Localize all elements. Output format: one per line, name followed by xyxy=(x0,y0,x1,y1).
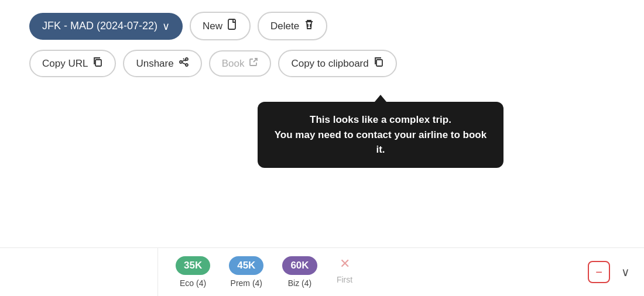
first-unavailable-icon: ✕ xyxy=(336,256,354,271)
tooltip-line-2: You may need to contact your airline to … xyxy=(274,128,487,157)
delete-icon xyxy=(304,19,314,33)
chevron-down-icon: ∨ xyxy=(162,20,170,33)
toolbar-row-1: JFK - MAD (2024-07-22) ∨ New Delete xyxy=(18,12,626,40)
row-actions: − ∨ xyxy=(588,248,644,296)
new-label: New xyxy=(203,20,222,32)
unshare-button[interactable]: Unshare xyxy=(123,50,201,77)
delete-label: Delete xyxy=(270,20,299,32)
complex-trip-tooltip: This looks like a complex trip. You may … xyxy=(258,102,503,168)
copy-to-clipboard-label: Copy to clipboard xyxy=(291,58,368,70)
biz-label: Biz (4) xyxy=(288,278,311,288)
svg-rect-0 xyxy=(228,19,235,29)
prem-fare-option: 45K Prem (4) xyxy=(229,256,263,288)
svg-point-4 xyxy=(186,64,188,66)
flight-row: 35K Eco (4) 45K Prem (4) 60K Biz (4) ✕ F… xyxy=(0,248,644,296)
unshare-icon xyxy=(179,57,189,70)
external-link-icon xyxy=(249,57,258,70)
eco-label: Eco (4) xyxy=(180,278,206,288)
main-container: JFK - MAD (2024-07-22) ∨ New Delete xyxy=(0,0,644,296)
toolbar-row-2: Copy URL Unshare Book xyxy=(18,50,626,77)
book-label: Book xyxy=(222,58,245,70)
delete-button[interactable]: Delete xyxy=(258,12,327,40)
chevron-down-icon: ∨ xyxy=(621,265,630,279)
expand-row-button[interactable]: ∨ xyxy=(616,263,635,281)
copy-to-clipboard-button[interactable]: Copy to clipboard xyxy=(278,50,396,77)
biz-fare-option: 60K Biz (4) xyxy=(282,256,317,288)
prem-badge[interactable]: 45K xyxy=(229,256,263,275)
prem-label: Prem (4) xyxy=(231,278,262,288)
eco-badge[interactable]: 35K xyxy=(176,256,210,275)
svg-rect-6 xyxy=(376,60,382,66)
minus-icon: − xyxy=(595,266,602,279)
eco-fare-option: 35K Eco (4) xyxy=(176,256,210,288)
new-document-icon xyxy=(227,19,238,33)
book-button[interactable]: Book xyxy=(209,50,272,77)
biz-badge[interactable]: 60K xyxy=(282,256,317,275)
svg-point-3 xyxy=(180,61,182,63)
copy-icon xyxy=(93,57,103,70)
svg-rect-1 xyxy=(95,60,101,66)
airline-cell xyxy=(0,248,158,296)
first-label: First xyxy=(337,275,352,284)
fare-options: 35K Eco (4) 45K Prem (4) 60K Biz (4) ✕ F… xyxy=(158,248,588,296)
copy-url-button[interactable]: Copy URL xyxy=(29,50,116,77)
copy-clipboard-icon xyxy=(374,57,384,70)
remove-row-button[interactable]: − xyxy=(588,261,610,283)
flight-row-container: 35K Eco (4) 45K Prem (4) 60K Biz (4) ✕ F… xyxy=(0,247,644,296)
new-button[interactable]: New xyxy=(190,12,251,40)
trip-selector-label: JFK - MAD (2024-07-22) xyxy=(42,20,157,32)
copy-url-label: Copy URL xyxy=(42,58,88,70)
trip-selector-button[interactable]: JFK - MAD (2024-07-22) ∨ xyxy=(29,13,183,40)
tooltip-line-1: This looks like a complex trip. xyxy=(274,112,487,128)
first-fare-unavailable: ✕ First xyxy=(336,256,354,284)
svg-point-2 xyxy=(186,58,188,60)
unshare-label: Unshare xyxy=(136,58,173,70)
